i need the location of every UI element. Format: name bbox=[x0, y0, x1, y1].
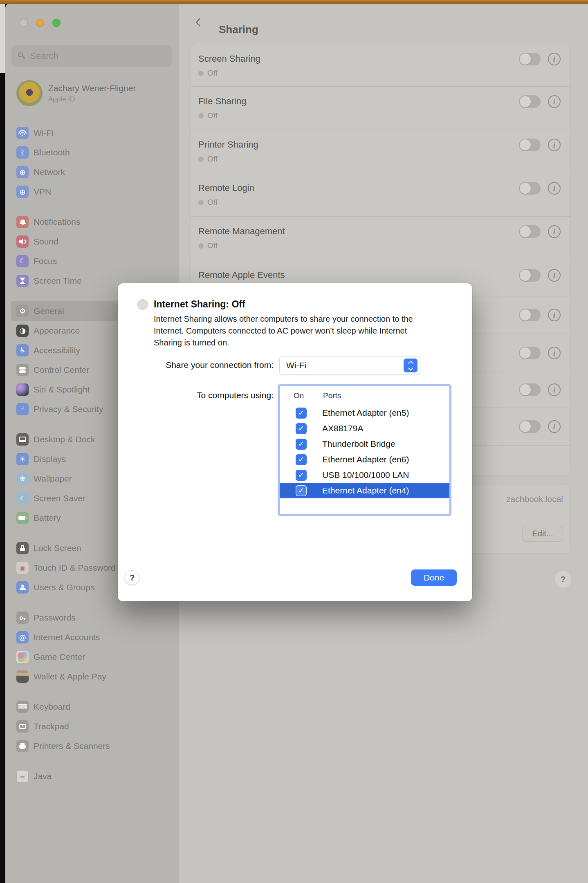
sidebar-item-keyboard[interactable]: ⌨Keyboard bbox=[11, 697, 173, 717]
sidebar-item-label: Touch ID & Password bbox=[34, 563, 116, 573]
desktop-sliver-dark bbox=[0, 73, 5, 883]
sidebar-item-game-center[interactable]: Game Center bbox=[11, 647, 173, 667]
checkbox[interactable]: ✓ bbox=[296, 439, 307, 450]
info-icon[interactable]: i bbox=[548, 139, 561, 151]
sound-icon bbox=[16, 235, 29, 248]
port-row[interactable]: ✓Ethernet Adapter (en4) bbox=[280, 483, 449, 498]
sidebar-item-wallet[interactable]: Wallet & Apple Pay bbox=[11, 667, 173, 686]
dialog-footer-divider bbox=[118, 552, 472, 552]
info-icon[interactable]: i bbox=[548, 182, 561, 195]
sidebar-item-internet-accounts[interactable]: @Internet Accounts bbox=[11, 628, 173, 647]
service-toggle[interactable] bbox=[519, 182, 541, 195]
service-toggle[interactable] bbox=[519, 383, 541, 396]
sidebar-item-sound[interactable]: Sound bbox=[11, 232, 173, 251]
service-toggle[interactable] bbox=[519, 53, 541, 65]
traffic-lights bbox=[20, 19, 61, 27]
info-icon[interactable]: i bbox=[548, 225, 561, 238]
sidebar-group: Wi-FiᛒBluetooth⊕Network⊕VPN bbox=[5, 123, 179, 202]
avatar bbox=[16, 80, 43, 106]
edit-button[interactable]: Edit... bbox=[522, 526, 563, 541]
checkbox[interactable]: ✓ bbox=[296, 470, 307, 481]
row-controls: i bbox=[519, 139, 561, 151]
info-glyph: i bbox=[553, 141, 555, 149]
port-row[interactable]: ✓AX88179A bbox=[280, 421, 449, 436]
sidebar-item-label: Battery bbox=[34, 513, 61, 523]
close-button[interactable] bbox=[20, 19, 28, 27]
service-title: Remote Apple Events bbox=[198, 269, 570, 280]
checkbox[interactable]: ✓ bbox=[296, 423, 307, 434]
sidebar-item-wifi[interactable]: Wi-Fi bbox=[11, 123, 173, 143]
sidebar-item-label: Sound bbox=[34, 237, 58, 247]
sidebar-item-label: Internet Accounts bbox=[34, 632, 100, 642]
wifi-icon bbox=[16, 127, 29, 139]
desktop-sliver-light bbox=[0, 4, 5, 73]
port-row[interactable]: ✓USB 10/100/1000 LAN bbox=[280, 467, 449, 483]
sidebar-item-label: Notifications bbox=[34, 217, 80, 227]
row-controls: i bbox=[519, 420, 561, 433]
dialog-description: Internet Sharing allows other computers … bbox=[154, 313, 430, 349]
sidebar-item-notifications[interactable]: Notifications bbox=[11, 212, 173, 232]
info-glyph: i bbox=[553, 386, 555, 394]
info-icon[interactable]: i bbox=[548, 309, 561, 321]
back-chevron-icon[interactable] bbox=[195, 18, 204, 27]
service-toggle[interactable] bbox=[519, 95, 541, 108]
hostname-value: zachbook.local bbox=[506, 494, 563, 504]
minimize-button[interactable] bbox=[36, 19, 44, 27]
port-row[interactable]: ✓Thunderbolt Bridge bbox=[280, 436, 449, 452]
port-row[interactable]: ✓Ethernet Adapter (en5) bbox=[280, 405, 449, 421]
keyboard-icon: ⌨ bbox=[16, 701, 29, 713]
service-toggle[interactable] bbox=[519, 139, 541, 151]
desktop-wallpaper-strip bbox=[0, 0, 588, 4]
status-dot-icon bbox=[198, 243, 204, 249]
privacy-security-icon: ☝ bbox=[16, 403, 29, 415]
sidebar-item-focus[interactable]: ☾Focus bbox=[11, 251, 173, 271]
service-toggle[interactable] bbox=[519, 309, 541, 321]
port-label: AX88179A bbox=[322, 424, 363, 433]
sidebar-item-java[interactable]: ☕Java bbox=[11, 766, 173, 786]
checkmark-icon: ✓ bbox=[298, 471, 304, 479]
checkbox[interactable]: ✓ bbox=[296, 454, 307, 465]
checkbox[interactable]: ✓ bbox=[296, 485, 307, 496]
desktop: Search Zachary Wener-Fligner Apple ID Wi… bbox=[0, 0, 588, 883]
dialog-help-button[interactable]: ? bbox=[125, 570, 139, 585]
service-title: Printer Sharing bbox=[198, 139, 570, 150]
checkbox[interactable]: ✓ bbox=[296, 408, 307, 419]
port-label: Thunderbolt Bridge bbox=[322, 439, 395, 449]
apple-id-row[interactable]: Zachary Wener-Fligner Apple ID bbox=[16, 80, 136, 106]
port-row[interactable]: ✓Ethernet Adapter (en6) bbox=[280, 452, 449, 467]
sidebar-item-passwords[interactable]: Passwords bbox=[11, 608, 173, 628]
info-icon[interactable]: i bbox=[548, 269, 561, 282]
service-toggle[interactable] bbox=[519, 269, 541, 282]
service-toggle[interactable] bbox=[519, 420, 541, 433]
service-title: Remote Management bbox=[198, 226, 570, 237]
sidebar-item-printers-scanners[interactable]: Printers & Scanners bbox=[11, 736, 173, 756]
search-input[interactable]: Search bbox=[11, 45, 172, 67]
help-button[interactable]: ? bbox=[555, 571, 571, 587]
info-icon[interactable]: i bbox=[548, 383, 561, 396]
done-button[interactable]: Done bbox=[411, 569, 457, 586]
sidebar-item-label: Keyboard bbox=[34, 702, 70, 712]
status-text: Off bbox=[207, 69, 218, 78]
service-toggle[interactable] bbox=[519, 347, 541, 359]
sidebar-item-network[interactable]: ⊕Network bbox=[11, 162, 173, 182]
port-label: Ethernet Adapter (en4) bbox=[322, 486, 409, 495]
status-dot-icon bbox=[198, 200, 204, 205]
control-center-icon bbox=[16, 364, 29, 376]
service-status: Off bbox=[198, 198, 570, 207]
sidebar-item-vpn[interactable]: ⊕VPN bbox=[11, 182, 173, 202]
sidebar-group: ☕Java bbox=[5, 766, 179, 786]
info-icon[interactable]: i bbox=[548, 347, 561, 359]
java-icon: ☕ bbox=[16, 770, 29, 782]
column-separator bbox=[318, 390, 318, 401]
sidebar-item-bluetooth[interactable]: ᛒBluetooth bbox=[11, 143, 173, 162]
info-icon[interactable]: i bbox=[548, 53, 561, 65]
service-toggle[interactable] bbox=[519, 225, 541, 238]
checkmark-icon: ✓ bbox=[298, 425, 304, 432]
info-icon[interactable]: i bbox=[548, 420, 561, 433]
screen-time-icon bbox=[16, 275, 29, 287]
zoom-button[interactable] bbox=[52, 19, 61, 27]
share-from-select[interactable]: Wi-Fi bbox=[279, 356, 420, 375]
sidebar-item-trackpad[interactable]: Trackpad bbox=[11, 717, 173, 736]
info-icon[interactable]: i bbox=[548, 95, 561, 108]
wallpaper-icon: ❀ bbox=[16, 473, 29, 485]
